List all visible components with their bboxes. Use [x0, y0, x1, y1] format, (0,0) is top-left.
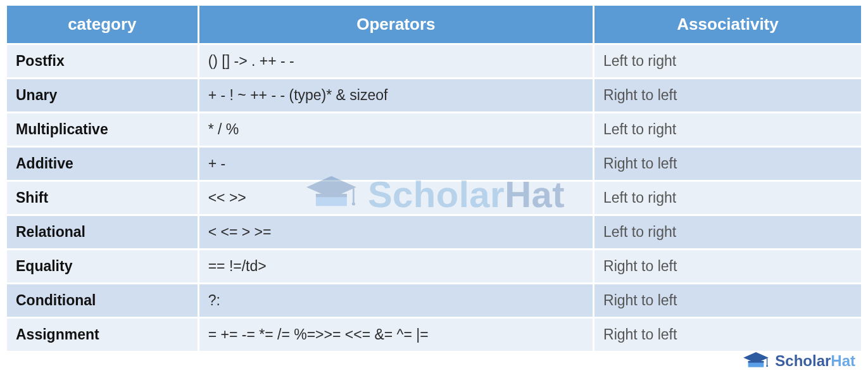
cell-associativity: Right to left	[594, 284, 861, 317]
cell-category: Equality	[7, 250, 198, 282]
cell-category: Additive	[7, 148, 198, 180]
cell-operators: () [] -> . ++ - -	[199, 45, 593, 77]
brand-logo-small: ScholarHat	[742, 350, 855, 372]
cell-category: Shift	[7, 182, 198, 214]
cell-associativity: Left to right	[594, 216, 861, 248]
cell-operators: + -	[199, 148, 593, 180]
cell-operators: ?:	[199, 284, 593, 317]
cell-operators: == !=/td>	[199, 250, 593, 282]
header-associativity: Associativity	[594, 6, 861, 43]
brand-text-small: ScholarHat	[775, 352, 855, 370]
cell-category: Postfix	[7, 45, 198, 77]
cell-associativity: Left to right	[594, 113, 861, 146]
cell-associativity: Right to left	[594, 79, 861, 111]
cell-category: Unary	[7, 79, 198, 111]
table-row: Equality== !=/td>Right to left	[7, 250, 861, 282]
cell-category: Conditional	[7, 284, 198, 317]
table-body: Postfix() [] -> . ++ - -Left to rightUna…	[7, 45, 861, 351]
cell-associativity: Left to right	[594, 182, 861, 214]
svg-marker-5	[743, 352, 769, 364]
table-row: Postfix() [] -> . ++ - -Left to right	[7, 45, 861, 77]
table-row: Shift<< >>Left to right	[7, 182, 861, 214]
table-row: Multiplicative* / %Left to right	[7, 113, 861, 146]
header-operators: Operators	[199, 6, 593, 43]
svg-point-9	[767, 365, 769, 367]
cell-associativity: Left to right	[594, 45, 861, 77]
header-category: category	[7, 6, 198, 43]
operator-precedence-table: category Operators Associativity Postfix…	[5, 4, 863, 353]
cell-associativity: Right to left	[594, 148, 861, 180]
table-row: Additive+ -Right to left	[7, 148, 861, 180]
cell-category: Multiplicative	[7, 113, 198, 146]
cell-operators: << >>	[199, 182, 593, 214]
cell-associativity: Right to left	[594, 319, 861, 351]
table-row: Unary+ - ! ~ ++ - - (type)* & sizeofRigh…	[7, 79, 861, 111]
table-row: Relational< <= > >=Left to right	[7, 216, 861, 248]
cell-associativity: Right to left	[594, 250, 861, 282]
cell-operators: * / %	[199, 113, 593, 146]
svg-rect-7	[748, 361, 764, 363]
table-row: Assignment= += -= *= /= %=>>= <<= &= ^= …	[7, 319, 861, 351]
cell-operators: = += -= *= /= %=>>= <<= &= ^= |=	[199, 319, 593, 351]
cell-operators: + - ! ~ ++ - - (type)* & sizeof	[199, 79, 593, 111]
table-row: Conditional?:Right to left	[7, 284, 861, 317]
table-header-row: category Operators Associativity	[7, 6, 861, 43]
graduation-cap-icon	[742, 350, 770, 372]
cell-category: Relational	[7, 216, 198, 248]
cell-operators: < <= > >=	[199, 216, 593, 248]
cell-category: Assignment	[7, 319, 198, 351]
svg-rect-6	[748, 361, 764, 367]
